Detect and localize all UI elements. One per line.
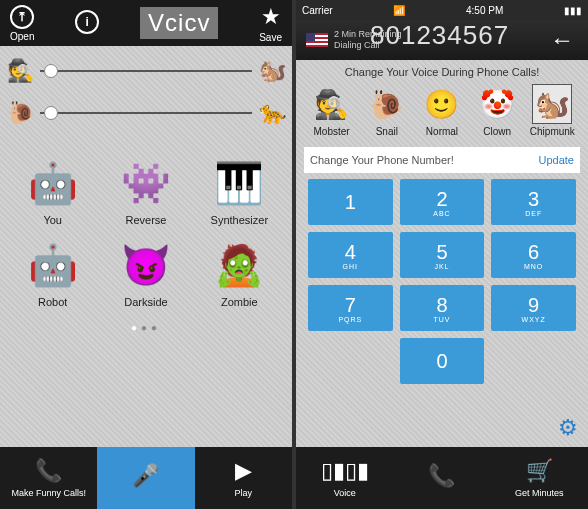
make-calls-tab[interactable]: 📞 Make Funny Calls! — [0, 447, 97, 509]
voice-snail[interactable]: 🐌Snail — [362, 84, 412, 137]
voice-grid: 🤖 You 👾 Reverse 🎹 Synthesizer 🤖 Robot 😈 … — [6, 154, 286, 308]
voice-clown[interactable]: 🤡Clown — [472, 84, 522, 137]
dial-keypad: 1 2ABC 3DEF 4GHI 5JKL 6MNO 7PQRS 8TUV 9W… — [304, 179, 580, 384]
voice-reverse[interactable]: 👾 Reverse — [105, 154, 186, 226]
status-time: 4:50 PM — [466, 5, 503, 16]
update-banner: Change Your Phone Number! Update — [304, 147, 580, 173]
voice-normal[interactable]: 🙂Normal — [417, 84, 467, 137]
mic-icon: 🎤 — [132, 463, 159, 489]
voice-mobster[interactable]: 🕵️Mobster — [307, 84, 357, 137]
open-button[interactable]: ⤒ Open — [10, 5, 34, 42]
key-9[interactable]: 9WXYZ — [491, 285, 576, 331]
key-3[interactable]: 3DEF — [491, 179, 576, 225]
voice-chipmunk[interactable]: 🐿️Chipmunk — [527, 84, 577, 137]
robot-icon: 🤖 — [24, 236, 82, 294]
key-0[interactable]: 0 — [400, 338, 485, 384]
us-flag-icon[interactable] — [306, 33, 328, 47]
update-link[interactable]: Update — [539, 154, 574, 166]
key-5[interactable]: 5JKL — [400, 232, 485, 278]
dialer-body: Change Your Voice During Phone Calls! 🕵️… — [296, 60, 588, 447]
call-button[interactable]: 📞 — [393, 447, 490, 509]
chipmunk-icon: 🐿️ — [258, 53, 286, 89]
voice-zombie[interactable]: 🧟 Zombie — [199, 236, 280, 308]
page-dot: ● — [141, 322, 151, 333]
voice-changer-screen: ⤒ Open i Vcicv ★ Save 🕵️ 🐿️ 🐌 🐆 — [0, 0, 292, 509]
synthesizer-icon: 🎹 — [210, 154, 268, 212]
phone-icon: 📞 — [35, 458, 62, 484]
speed-slider[interactable] — [40, 112, 252, 114]
voice-robot[interactable]: 🤖 Robot — [12, 236, 93, 308]
key-1[interactable]: 1 — [308, 179, 393, 225]
zombie-icon: 🧟 — [210, 236, 268, 294]
dialer-screen: Carrier 📶 4:50 PM ▮▮▮ 2 Min Remaining Di… — [296, 0, 588, 509]
mobster-icon: 🕵️ — [312, 84, 352, 124]
you-icon: 🤖 — [24, 154, 82, 212]
info-button[interactable]: i — [75, 10, 99, 36]
key-4[interactable]: 4GHI — [308, 232, 393, 278]
page-dot-active: ● — [131, 322, 141, 333]
phone-number: 801234567 — [370, 20, 509, 51]
battery-icon: ▮▮▮ — [564, 5, 582, 16]
record-tab[interactable]: 🎤 — [97, 447, 194, 509]
snail-icon: 🐌 — [6, 95, 34, 131]
speed-slider-row: 🐌 🐆 — [6, 92, 286, 134]
key-8[interactable]: 8TUV — [400, 285, 485, 331]
wifi-icon: 📶 — [393, 5, 405, 16]
update-text: Change Your Phone Number! — [310, 154, 454, 166]
key-7[interactable]: 7PQRS — [308, 285, 393, 331]
page-indicator: ●●● — [6, 322, 286, 333]
reverse-icon: 👾 — [117, 154, 175, 212]
play-icon: ▶ — [235, 458, 252, 484]
play-tab[interactable]: ▶ Play — [195, 447, 292, 509]
clown-icon: 🤡 — [477, 84, 517, 124]
banner-text: Change Your Voice During Phone Calls! — [304, 66, 580, 78]
sliders: 🕵️ 🐿️ 🐌 🐆 — [6, 50, 286, 134]
fast-icon: 🐆 — [258, 95, 286, 131]
call-icon: 📞 — [428, 463, 455, 489]
equalizer-icon: ▯▮▯▮ — [321, 458, 369, 484]
key-6[interactable]: 6MNO — [491, 232, 576, 278]
get-minutes-tab[interactable]: 🛒 Get Minutes — [491, 447, 588, 509]
slider-thumb[interactable] — [44, 106, 58, 120]
chipmunk-icon: 🐿️ — [532, 84, 572, 124]
save-button[interactable]: ★ Save — [259, 4, 282, 43]
bottom-bar: 📞 Make Funny Calls! 🎤 ▶ Play — [0, 447, 292, 509]
pitch-slider-row: 🕵️ 🐿️ — [6, 50, 286, 92]
darkside-icon: 😈 — [117, 236, 175, 294]
settings-button[interactable]: ⚙ — [558, 415, 578, 441]
back-button[interactable]: ← — [550, 26, 574, 54]
voice-you[interactable]: 🤖 You — [12, 154, 93, 226]
bottom-bar: ▯▮▯▮ Voice 📞 🛒 Get Minutes — [296, 447, 588, 509]
info-icon: i — [75, 10, 99, 34]
snail-icon: 🐌 — [367, 84, 407, 124]
voice-synthesizer[interactable]: 🎹 Synthesizer — [199, 154, 280, 226]
key-2[interactable]: 2ABC — [400, 179, 485, 225]
open-icon: ⤒ — [10, 5, 34, 29]
page-dot: ● — [151, 322, 161, 333]
call-header: 2 Min Remaining Dialing Call 801234567 ← — [296, 20, 588, 60]
slider-thumb[interactable] — [44, 64, 58, 78]
app-title: Vcicv — [140, 7, 218, 39]
carrier-label: Carrier — [302, 5, 333, 16]
normal-icon: 🙂 — [422, 84, 462, 124]
star-icon: ★ — [261, 4, 281, 30]
voice-tab[interactable]: ▯▮▯▮ Voice — [296, 447, 393, 509]
top-toolbar: ⤒ Open i Vcicv ★ Save — [0, 0, 292, 46]
mobster-icon: 🕵️ — [6, 53, 34, 89]
voice-darkside[interactable]: 😈 Darkside — [105, 236, 186, 308]
status-bar: Carrier 📶 4:50 PM ▮▮▮ — [296, 0, 588, 20]
voice-body: 🕵️ 🐿️ 🐌 🐆 🤖 You 👾 Reverse 🎹 Synthesi — [0, 46, 292, 447]
pitch-slider[interactable] — [40, 70, 252, 72]
cart-icon: 🛒 — [526, 458, 553, 484]
voice-selector: 🕵️Mobster 🐌Snail 🙂Normal 🤡Clown 🐿️Chipmu… — [304, 84, 580, 137]
